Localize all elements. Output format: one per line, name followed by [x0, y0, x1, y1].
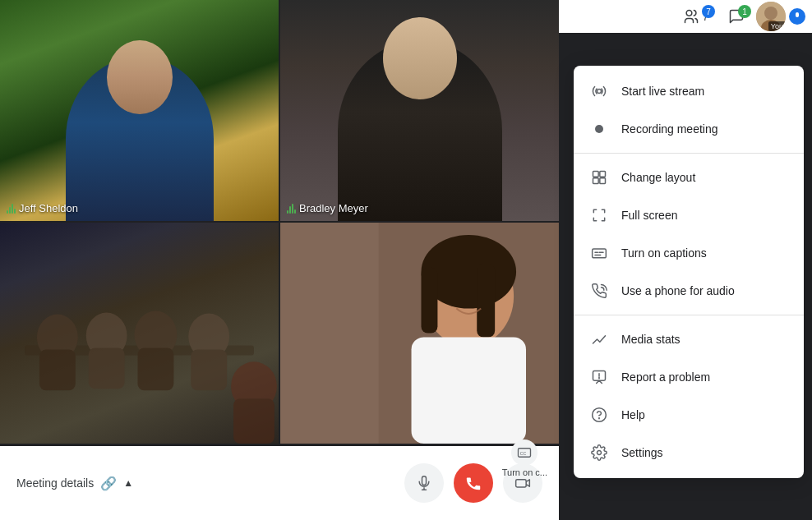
top-bar: 7 7 1 You [559, 0, 812, 33]
menu-item-fullscreen[interactable]: Full screen [574, 196, 804, 234]
captions-menu-icon [590, 244, 608, 262]
layout-icon [590, 168, 608, 186]
menu-label-captions: Turn on captions [621, 246, 707, 260]
svg-rect-21 [516, 480, 527, 487]
participant-badge: 7 [702, 5, 715, 18]
end-call-icon [464, 474, 482, 492]
avatar-mic-indicator [789, 8, 805, 25]
svg-point-41 [599, 378, 600, 379]
participant-label-jeff: Jeff Sheldon [7, 202, 78, 214]
svg-point-24 [686, 11, 692, 16]
participant-label-bradley: Bradley Meyer [287, 202, 368, 214]
menu-item-report[interactable]: Report a problem [574, 358, 804, 396]
menu-label-recording: Recording meeting [621, 122, 718, 136]
svg-point-43 [599, 418, 600, 419]
menu-label-start-live-stream: Start live stream [621, 85, 704, 98]
avatar-mic-icon [792, 12, 802, 21]
svg-rect-15 [421, 268, 437, 334]
menu-item-settings[interactable]: Settings [574, 434, 804, 472]
video-cell-jeff: Jeff Sheldon [0, 0, 279, 221]
audio-indicator-jeff [7, 204, 16, 214]
menu-label-help: Help [621, 408, 645, 421]
video-grid: Jeff Sheldon Bradley Meyer [0, 0, 559, 444]
cc-icon: CC [511, 439, 537, 466]
svg-rect-35 [593, 249, 607, 258]
svg-rect-33 [593, 178, 599, 184]
chat-button[interactable]: 1 [720, 5, 753, 28]
settings-icon [590, 444, 608, 462]
meeting-details[interactable]: Meeting details 🔗 ▲ [16, 476, 133, 491]
svg-rect-34 [600, 178, 606, 184]
stats-icon [590, 330, 608, 348]
menu-divider-1 [574, 153, 804, 154]
svg-rect-31 [593, 172, 599, 177]
report-icon [590, 368, 608, 386]
turn-on-cc-label: Turn on c... [502, 467, 547, 477]
svg-point-26 [764, 7, 777, 20]
menu-item-start-live-stream[interactable]: Start live stream [574, 72, 804, 110]
svg-rect-4 [89, 347, 125, 389]
menu-label-change-layout: Change layout [621, 171, 695, 184]
svg-point-29 [597, 90, 602, 94]
bradley-name: Bradley Meyer [299, 202, 368, 214]
menu-item-change-layout[interactable]: Change layout [574, 159, 804, 196]
end-call-button[interactable] [454, 463, 493, 503]
mic-icon [416, 475, 432, 491]
svg-point-42 [593, 408, 607, 422]
menu-label-media-stats: Media stats [621, 333, 681, 346]
live-stream-icon [590, 82, 608, 100]
help-icon [590, 406, 608, 424]
svg-point-44 [597, 451, 602, 455]
participants-button[interactable]: 7 7 [675, 5, 717, 28]
you-label: You [768, 21, 786, 31]
menu-item-recording[interactable]: Recording meeting [574, 110, 804, 148]
record-icon [590, 120, 608, 138]
menu-label-phone-audio: Use a phone for audio [621, 284, 735, 297]
svg-rect-28 [796, 12, 799, 17]
menu-label-fullscreen: Full screen [621, 209, 677, 222]
captions-icon: CC [517, 445, 532, 460]
svg-point-30 [595, 125, 603, 133]
svg-rect-8 [191, 349, 227, 390]
participants-icon [683, 8, 699, 25]
svg-rect-17 [412, 337, 526, 444]
jeff-name: Jeff Sheldon [19, 202, 78, 214]
svg-rect-2 [39, 349, 76, 390]
svg-rect-10 [233, 398, 275, 444]
svg-rect-6 [138, 347, 174, 390]
menu-item-phone-audio[interactable]: Use a phone for audio [574, 272, 804, 310]
menu-label-settings: Settings [621, 446, 663, 459]
context-menu: Start live stream Recording meeting Chan… [574, 66, 804, 478]
menu-divider-2 [574, 315, 804, 315]
camera-icon [514, 475, 531, 491]
meeting-details-label: Meeting details [16, 476, 94, 490]
avatar: You [756, 2, 786, 31]
mic-button[interactable] [404, 463, 444, 503]
menu-item-captions[interactable]: Turn on captions [574, 234, 804, 272]
fullscreen-icon [590, 206, 608, 224]
turn-on-cc-area[interactable]: CC Turn on c... [502, 439, 547, 477]
svg-rect-16 [477, 264, 495, 338]
menu-item-media-stats[interactable]: Media stats [574, 320, 804, 358]
svg-rect-12 [280, 223, 379, 444]
video-cell-group [0, 223, 279, 444]
svg-text:CC: CC [520, 451, 527, 456]
video-cell-bradley: Bradley Meyer [280, 0, 559, 221]
video-cell-woman [280, 223, 559, 444]
link-icon: 🔗 [100, 476, 117, 491]
audio-indicator-bradley [287, 204, 296, 214]
phone-audio-icon [590, 282, 608, 300]
chat-badge: 1 [738, 5, 751, 18]
svg-rect-32 [600, 172, 606, 177]
menu-item-help[interactable]: Help [574, 396, 804, 434]
toolbar: Meeting details 🔗 ▲ [0, 446, 559, 520]
svg-rect-18 [422, 476, 427, 485]
chevron-up-icon: ▲ [123, 477, 133, 489]
menu-label-report: Report a problem [621, 370, 710, 384]
